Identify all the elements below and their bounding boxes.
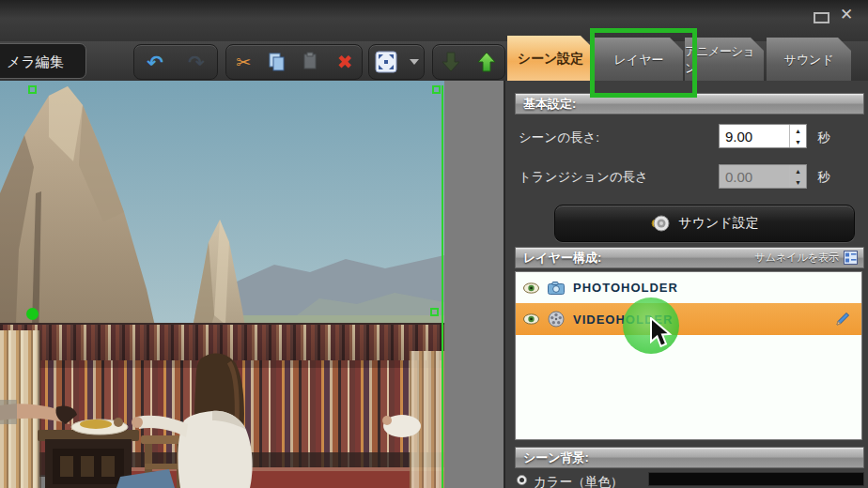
delete-button[interactable]: ✖ [331,48,359,76]
camera-edit-tab[interactable]: メラ編集 [0,43,86,79]
copy-icon [267,52,287,72]
scene-background-header: シーン背景: [515,447,864,468]
transition-length-stepper: ▲ ▼ [719,164,807,189]
sound-settings-button[interactable]: サウンド設定 [554,205,855,242]
selection-handle-top-right[interactable] [432,85,441,94]
transition-length-unit: 秒 [817,169,830,186]
scene-length-label: シーンの長さ: [519,130,599,146]
zoom-fit-icon [375,51,397,73]
layer-list: PHOTOHOLDER VIDEOHOLDER [515,271,862,440]
basic-settings-header: 基本設定: [515,93,864,114]
color-radio[interactable] [517,475,527,485]
selection-handle-top-left[interactable] [28,85,37,94]
selection-edge-line [442,85,443,488]
move-up-button[interactable] [473,48,501,76]
close-icon[interactable]: ✕ [836,4,857,26]
zoom-fit-button[interactable] [368,44,425,80]
background-color-swatch[interactable] [648,472,864,486]
tab-scene-settings[interactable]: シーン設定 [507,36,594,83]
edit-group: ✂ ✖ [225,44,363,80]
show-thumbnails-label: サムネイルを表示 [754,248,839,267]
arrow-up-icon [476,51,497,73]
cut-button[interactable]: ✂ [229,48,257,76]
zoom-caret-icon [410,59,419,65]
transition-length-label: トランジションの長さ [519,169,648,186]
redo-button[interactable]: ↷ [182,48,210,76]
undo-button[interactable]: ↶ [141,48,169,76]
show-thumbnails-toggle[interactable]: サムネイルを表示 [754,248,863,267]
mouse-cursor-icon [649,317,674,349]
layer-row-photoholder[interactable]: PHOTOHOLDER [516,272,861,303]
move-down-button[interactable] [437,48,465,76]
selection-handle-mid-left[interactable] [26,308,39,320]
transition-up-icon: ▲ [790,165,806,176]
layer-structure-title: レイヤー構成: [523,248,601,267]
speaker-icon [650,213,671,234]
title-bar [0,0,868,42]
app-window: ✕ メラ編集 ↶ ↷ ✂ ✖ [0,0,868,488]
transition-down-icon: ▼ [790,176,806,188]
scene-length-down-icon[interactable]: ▼ [790,136,806,147]
undo-redo-group: ↶ ↷ [133,44,218,80]
layer-row-videoholder[interactable]: VIDEOHOLDER [516,303,861,335]
sound-settings-label: サウンド設定 [678,215,758,232]
paste-button[interactable] [297,48,325,76]
scene-length-unit: 秒 [817,130,830,146]
minimize-icon[interactable] [814,12,829,23]
scene-length-input[interactable] [720,125,789,147]
tab-layer[interactable]: レイヤー [595,38,683,83]
video-holder-icon [548,311,565,328]
paste-icon [301,52,321,72]
selection-handle-mid-right[interactable] [430,308,439,316]
thumbnail-view-icon [844,251,858,265]
preview-canvas [0,81,504,488]
scene-photo [0,81,444,488]
scene-length-stepper: ▲ ▼ [719,124,807,148]
color-option-label: カラー（単色） [534,474,623,488]
scene-length-up-icon[interactable]: ▲ [790,125,806,136]
move-group [432,44,505,80]
tab-animation[interactable]: アニメーション [685,38,764,83]
tab-sound[interactable]: サウンド [767,38,851,83]
photo-holder-icon [548,282,565,295]
transition-length-input [720,165,789,188]
layer-structure-header: レイヤー構成: サムネイルを表示 [515,247,864,268]
arrow-down-icon [441,51,461,73]
visibility-eye-icon[interactable] [523,282,539,294]
layer-name: PHOTOHOLDER [573,281,678,295]
copy-button[interactable] [263,48,291,76]
scene-settings-panel: 基本設定: シーンの長さ: ▲ ▼ 秒 トランジションの長さ ▲ ▼ 秒 [504,81,868,488]
edit-pencil-icon[interactable] [833,310,852,328]
visibility-eye-icon[interactable] [523,313,539,325]
